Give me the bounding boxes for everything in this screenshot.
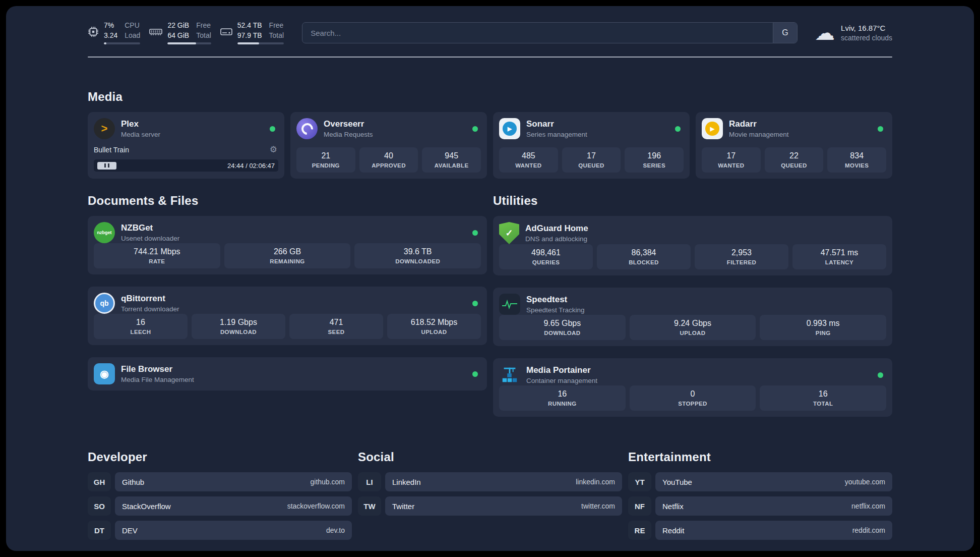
stat-filtered: 2,953 FILTERED <box>695 244 788 269</box>
plex-icon-glyph: > <box>101 122 108 135</box>
stat-queries: 498,461 QUERIES <box>499 244 593 269</box>
stat-label: DOWNLOADED <box>356 258 479 264</box>
weather-condition: scattered clouds <box>841 34 892 42</box>
bookmark-name: StackOverflow <box>122 502 171 511</box>
stat-seed: 471 SEED <box>289 314 383 339</box>
portainer-icon <box>499 364 520 385</box>
bookmark-abbr: DT <box>88 521 111 540</box>
bookmark-reddit[interactable]: RE Reddit reddit.com <box>628 521 892 540</box>
stat-downloaded: 39.6 TB DOWNLOADED <box>354 243 481 268</box>
app-desc: Media server <box>121 131 160 138</box>
bookmark-url: github.com <box>311 478 345 486</box>
app-name: Radarr <box>729 119 789 129</box>
stat-leech: 16 LEECH <box>94 314 188 339</box>
playback-time: 24:44 / 02:06:47 <box>227 162 275 170</box>
radarr-icon: ▶ <box>702 118 723 139</box>
app-card-nzbget[interactable]: nzbget NZBGet Usenet downloader 744.21 M… <box>88 216 487 274</box>
app-card-qbittorrent[interactable]: qb qBittorrent Torrent downloader 16 LEE… <box>88 287 487 345</box>
topbar-divider <box>88 57 892 58</box>
gear-icon[interactable]: ⚙ <box>270 144 277 155</box>
stat-label: FILTERED <box>697 259 786 265</box>
status-dot <box>270 126 275 132</box>
dashboard: 7% 3.24 CPU Load <box>6 6 974 551</box>
stat-wanted: 485 WANTED <box>499 147 558 173</box>
bookmark-name: Twitter <box>392 502 414 511</box>
bookmark-url: netflix.com <box>851 502 885 510</box>
stat-remaining: 266 GB REMAINING <box>224 243 351 268</box>
stat-queued: 22 QUEUED <box>765 147 824 173</box>
bookmark-group-social: Social LI LinkedIn linkedin.com TW Twitt… <box>358 450 622 540</box>
bookmark-dev[interactable]: DT DEV dev.to <box>88 521 352 540</box>
stat-running: 16 RUNNING <box>499 385 626 411</box>
stat-label: UPLOAD <box>632 330 754 336</box>
stat-upload: 618.52 Mbps UPLOAD <box>387 314 481 339</box>
bookmark-github[interactable]: GH Github github.com <box>88 472 352 491</box>
stat-stopped: 0 STOPPED <box>630 385 756 411</box>
stat-value: 945 <box>424 151 479 160</box>
app-desc: Speedtest Tracking <box>526 306 585 314</box>
pause-button[interactable] <box>97 162 116 170</box>
cpu-label: CPU <box>125 21 140 30</box>
hard-drive-icon <box>220 27 232 39</box>
bookmark-url: stackoverflow.com <box>287 502 345 510</box>
section-title-utilities: Utilities <box>493 194 892 208</box>
section-utilities: Utilities ✓ AdGuard Home DNS and adblock… <box>493 194 892 417</box>
stat-value: 17 <box>704 151 759 160</box>
stat-value: 196 <box>627 151 682 160</box>
stat-label: PENDING <box>298 162 353 169</box>
radarr-icon-glyph: ▶ <box>705 122 719 136</box>
app-name: Overseerr <box>324 119 373 129</box>
stat-value: 16 <box>501 389 624 399</box>
app-card-adguard[interactable]: ✓ AdGuard Home DNS and adblocking 498,46… <box>493 216 892 275</box>
bookmark-name: Netflix <box>662 502 684 511</box>
now-playing-title: Bullet Train <box>94 146 129 154</box>
bookmark-twitter[interactable]: TW Twitter twitter.com <box>358 496 622 516</box>
bookmark-linkedin[interactable]: LI LinkedIn linkedin.com <box>358 472 622 491</box>
stat-movies: 834 MOVIES <box>827 147 886 173</box>
app-card-overseerr[interactable]: Overseerr Media Requests 21 PENDING 40 A… <box>290 112 487 179</box>
bookmark-url: reddit.com <box>852 526 885 534</box>
section-media: Media > Plex Media server Bullet Train <box>88 90 892 179</box>
app-name: Plex <box>121 119 160 129</box>
bookmark-abbr: NF <box>628 496 651 516</box>
stat-value: 22 <box>767 151 822 160</box>
app-desc: Usenet downloader <box>121 235 179 242</box>
stat-value: 21 <box>298 151 353 160</box>
cpu-chip-icon <box>88 26 99 39</box>
bookmark-name: Reddit <box>662 526 684 535</box>
stat-available: 945 AVAILABLE <box>422 147 481 173</box>
disk-free-value: 52.4 TB <box>237 21 262 30</box>
bookmark-abbr: SO <box>88 496 111 516</box>
app-card-radarr[interactable]: ▶ Radarr Movie management 17 WANTED <box>696 112 892 179</box>
app-name: Media Portainer <box>526 365 597 375</box>
app-name: Speedtest <box>526 295 585 305</box>
app-card-filebrowser[interactable]: ◉ File Browser Media File Management <box>88 357 487 391</box>
stat-value: 9.24 Gbps <box>632 319 754 328</box>
stat-value: 86,384 <box>599 248 689 257</box>
cpu-widget: 7% 3.24 CPU Load <box>88 21 140 44</box>
app-name: AdGuard Home <box>525 224 588 234</box>
app-card-portainer[interactable]: Media Portainer Container management 16 … <box>493 358 892 417</box>
bookmark-group-developer: Developer GH Github github.com SO StackO… <box>88 450 352 540</box>
stat-label: LATENCY <box>794 259 884 265</box>
bookmark-abbr: TW <box>358 496 381 516</box>
search-input[interactable] <box>302 23 773 43</box>
disk-total-value: 97.9 TB <box>237 31 262 40</box>
stat-value: 9.65 Gbps <box>501 319 624 328</box>
system-widgets: 7% 3.24 CPU Load <box>88 21 284 44</box>
cloud-icon: ☁ <box>815 23 835 43</box>
search-engine-button[interactable]: G <box>773 23 797 43</box>
bookmark-netflix[interactable]: NF Netflix netflix.com <box>628 496 892 516</box>
app-card-sonarr[interactable]: ▶ Sonarr Series management 485 WANTED <box>493 112 690 179</box>
app-card-speedtest[interactable]: Speedtest Speedtest Tracking 9.65 Gbps D… <box>493 288 892 346</box>
stat-label: LEECH <box>96 329 186 335</box>
bookmark-stackoverflow[interactable]: SO StackOverflow stackoverflow.com <box>88 496 352 516</box>
stat-queued: 17 QUEUED <box>562 147 621 173</box>
stat-value: 618.52 Mbps <box>389 318 479 327</box>
app-card-plex[interactable]: > Plex Media server Bullet Train ⚙ 24:44 <box>88 112 284 179</box>
stat-value: 1.19 Gbps <box>194 318 283 327</box>
bookmark-youtube[interactable]: YT YouTube youtube.com <box>628 472 892 491</box>
bookmark-group-title: Social <box>358 450 622 464</box>
player-progress-bar[interactable]: 24:44 / 02:06:47 <box>94 159 278 172</box>
stat-label: WANTED <box>501 162 556 169</box>
